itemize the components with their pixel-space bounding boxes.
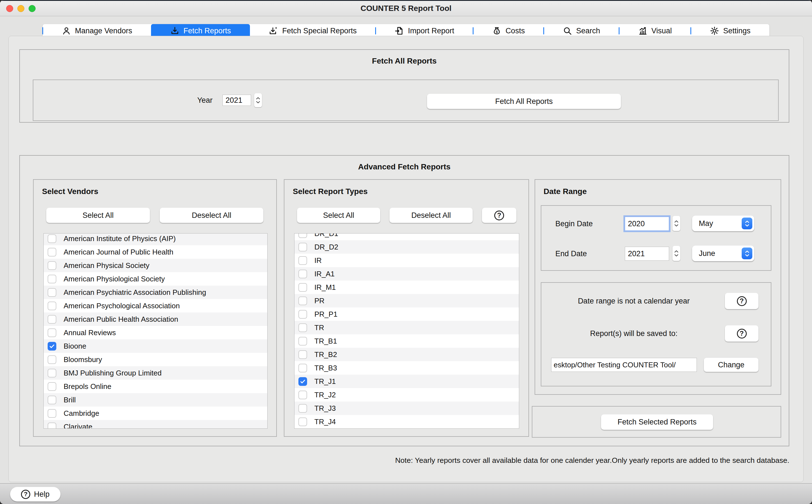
help-button[interactable]: ? Help xyxy=(10,487,60,501)
report-type-checkbox[interactable] xyxy=(298,323,307,332)
vendor-row[interactable]: Clarivate xyxy=(44,420,267,429)
report-type-checkbox[interactable] xyxy=(298,283,307,292)
report-type-row[interactable]: IR_M1 xyxy=(294,281,519,294)
vendor-row[interactable]: Bioone xyxy=(44,339,267,353)
fetch-selected-section: Fetch Selected Reports xyxy=(532,406,781,438)
reports-select-all-button[interactable]: Select All xyxy=(297,208,380,223)
report-type-row[interactable]: PR xyxy=(294,294,519,307)
vendors-deselect-all-button[interactable]: Deselect All xyxy=(160,208,263,223)
vendors-select-all-button[interactable]: Select All xyxy=(46,208,150,223)
report-type-row[interactable]: TR_J2 xyxy=(294,388,519,402)
vendor-row[interactable]: American Journal of Public Health xyxy=(44,245,267,259)
report-type-row[interactable]: TR_B3 xyxy=(294,361,519,375)
tab-import-report[interactable]: Import Report xyxy=(376,24,473,38)
vendor-checkbox[interactable] xyxy=(48,288,56,297)
tab-fetch-reports[interactable]: Fetch Reports xyxy=(151,24,250,38)
end-month-value: June xyxy=(692,249,742,258)
tab-costs[interactable]: $ Costs xyxy=(473,24,544,38)
report-type-checkbox[interactable] xyxy=(298,270,307,278)
vendor-label: Clarivate xyxy=(64,423,92,429)
vendor-checkbox[interactable] xyxy=(48,315,56,324)
report-type-row[interactable]: TR_J3 xyxy=(294,402,519,415)
vendor-checkbox[interactable] xyxy=(48,275,56,283)
end-month-select[interactable]: June xyxy=(692,246,754,261)
report-type-label: TR_B1 xyxy=(314,337,337,346)
vendor-row[interactable]: Brepols Online xyxy=(44,380,267,393)
report-type-row[interactable]: TR_B1 xyxy=(294,334,519,348)
vendor-checkbox[interactable] xyxy=(48,369,56,377)
year-input[interactable] xyxy=(222,95,251,106)
end-year-stepper[interactable] xyxy=(673,246,680,261)
tab-search[interactable]: Search xyxy=(544,24,619,38)
report-type-checkbox[interactable] xyxy=(298,417,307,426)
report-type-row[interactable]: TR_J1 xyxy=(294,375,519,388)
report-type-checkbox[interactable] xyxy=(298,364,307,372)
vendor-row[interactable]: BMJ Publishing Group Limited xyxy=(44,366,267,380)
saved-to-help-button[interactable]: ? xyxy=(725,325,759,342)
report-type-checkbox[interactable] xyxy=(298,350,307,359)
report-type-checkbox[interactable] xyxy=(298,297,307,305)
report-type-checkbox[interactable] xyxy=(298,243,307,251)
vendor-checkbox[interactable] xyxy=(48,396,56,404)
updown-chevrons-icon xyxy=(742,248,752,259)
vendor-row[interactable]: Bloomsbury xyxy=(44,353,267,366)
report-type-row[interactable]: IR_A1 xyxy=(294,267,519,281)
begin-month-select[interactable]: May xyxy=(692,216,754,231)
report-type-row[interactable]: TR_B2 xyxy=(294,348,519,361)
report-type-checkbox[interactable] xyxy=(298,337,307,346)
fetch-all-reports-section: Fetch All Reports Year Fetch All Reports xyxy=(19,49,789,123)
vendor-checkbox[interactable] xyxy=(48,234,56,243)
vendor-row[interactable]: American Psychiatric Association Publish… xyxy=(44,286,267,299)
tab-settings[interactable]: Settings xyxy=(691,24,769,38)
report-type-row[interactable]: IR xyxy=(294,254,519,267)
report-type-checkbox[interactable] xyxy=(298,310,307,319)
vendor-checkbox[interactable] xyxy=(48,261,56,270)
report-type-checkbox[interactable] xyxy=(298,233,307,238)
report-type-row[interactable]: TR_J4 xyxy=(294,415,519,428)
report-type-row[interactable]: DR_D2 xyxy=(294,240,519,254)
save-path-input[interactable] xyxy=(551,358,697,372)
tab-fetch-special-reports[interactable]: Fetch Special Reports xyxy=(250,24,376,38)
reports-deselect-all-button[interactable]: Deselect All xyxy=(389,208,473,223)
vendor-checkbox[interactable] xyxy=(48,342,56,351)
updown-chevrons-icon xyxy=(742,218,752,229)
report-type-checkbox[interactable] xyxy=(298,256,307,265)
tab-manage-vendors[interactable]: Manage Vendors xyxy=(43,24,151,38)
begin-year-stepper[interactable] xyxy=(673,216,680,231)
vendor-checkbox[interactable] xyxy=(48,328,56,337)
report-type-row[interactable]: PR_P1 xyxy=(294,307,519,321)
vendor-row[interactable]: Brill xyxy=(44,393,267,407)
vendor-label: American Journal of Public Health xyxy=(64,248,173,256)
vendor-row[interactable]: Annual Reviews xyxy=(44,326,267,339)
tab-visual[interactable]: Visual xyxy=(619,24,691,38)
change-path-button[interactable]: Change xyxy=(704,358,759,372)
fetch-all-reports-button[interactable]: Fetch All Reports xyxy=(427,94,621,109)
fetch-selected-reports-button[interactable]: Fetch Selected Reports xyxy=(601,414,713,430)
report-type-checkbox[interactable] xyxy=(298,404,307,413)
vendor-label: American Physiological Society xyxy=(64,275,165,283)
report-type-row[interactable]: TR xyxy=(294,321,519,334)
vendor-row[interactable]: American Physical Society xyxy=(44,259,267,272)
report-type-row[interactable]: DR_D1 xyxy=(294,233,519,240)
vendor-row[interactable]: American Public Health Association xyxy=(44,312,267,326)
vendor-row[interactable]: American Physiological Society xyxy=(44,272,267,286)
vendor-row[interactable]: Cambridge xyxy=(44,407,267,420)
report-types-help-button[interactable]: ? xyxy=(482,208,517,223)
end-year-input[interactable] xyxy=(625,247,669,261)
vendor-row[interactable]: American Psychological Association xyxy=(44,299,267,312)
begin-year-input[interactable] xyxy=(625,217,669,231)
report-type-checkbox[interactable] xyxy=(298,377,307,386)
vendor-checkbox[interactable] xyxy=(48,382,56,391)
calendar-year-help-button[interactable]: ? xyxy=(725,293,759,309)
select-report-types-heading: Select Report Types xyxy=(293,187,367,196)
vendor-checkbox[interactable] xyxy=(48,409,56,418)
year-stepper[interactable] xyxy=(254,93,262,107)
report-type-checkbox[interactable] xyxy=(298,391,307,399)
date-range-inputs-box: Begin Date May End Date xyxy=(541,205,771,271)
vendor-checkbox[interactable] xyxy=(48,248,56,256)
vendor-checkbox[interactable] xyxy=(48,423,56,429)
vendor-row[interactable]: American Institute of Physics (AIP) xyxy=(44,233,267,245)
footer-note: Note: Yearly reports cover all available… xyxy=(395,456,789,465)
vendor-checkbox[interactable] xyxy=(48,302,56,310)
vendor-checkbox[interactable] xyxy=(48,355,56,364)
